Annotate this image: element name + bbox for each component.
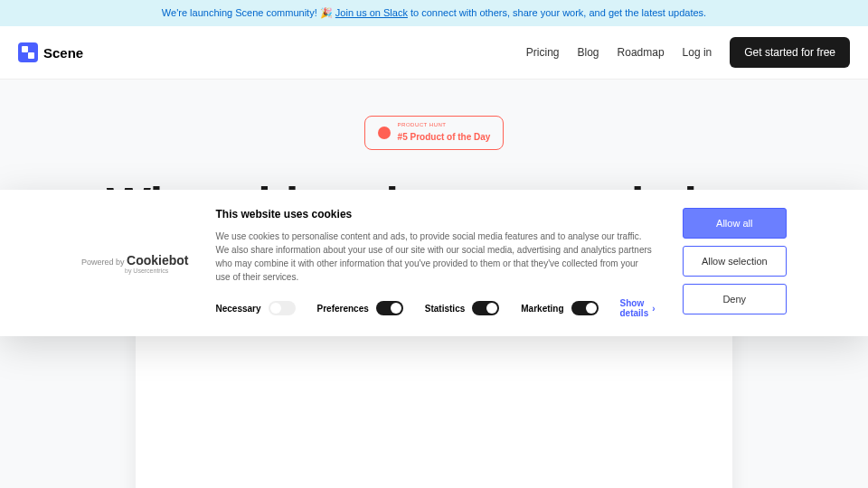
medal-icon xyxy=(378,127,391,139)
header: Scene Pricing Blog Roadmap Log in Get st… xyxy=(0,26,868,80)
switch-statistics[interactable] xyxy=(472,301,499,315)
cookie-description: We use cookies to personalise content an… xyxy=(216,230,656,284)
nav-roadmap[interactable]: Roadmap xyxy=(618,46,665,59)
nav-blog[interactable]: Blog xyxy=(578,46,599,59)
switch-marketing[interactable] xyxy=(571,301,599,315)
switch-preferences[interactable] xyxy=(376,301,403,315)
allow-all-button[interactable]: Allow all xyxy=(683,208,787,239)
toggle-preferences: Preferences xyxy=(317,301,403,315)
show-details-link[interactable]: Show details› xyxy=(620,298,656,318)
slack-link[interactable]: Join us on Slack xyxy=(335,7,408,18)
allow-selection-button[interactable]: Allow selection xyxy=(683,246,787,277)
toggle-statistics: Statistics xyxy=(425,301,499,315)
logo[interactable]: Scene xyxy=(18,42,83,62)
nav: Pricing Blog Roadmap Log in Get started … xyxy=(526,37,850,68)
announcement-banner: We're launching Scene community! 🎉 Join … xyxy=(0,0,868,26)
switch-necessary xyxy=(269,301,296,315)
toggle-necessary: Necessary xyxy=(216,301,296,315)
deny-button[interactable]: Deny xyxy=(683,284,787,314)
cta-button[interactable]: Get started for free xyxy=(730,37,850,68)
toggle-marketing: Marketing xyxy=(521,301,598,315)
cookie-banner: Powered by Cookiebot by Usercentrics Thi… xyxy=(0,190,868,336)
chevron-right-icon: › xyxy=(652,304,655,314)
nav-login[interactable]: Log in xyxy=(683,46,712,59)
product-hunt-badge[interactable]: PRODUCT HUNT #5 Product of the Day xyxy=(364,116,505,150)
cookie-title: This website uses cookies xyxy=(216,208,656,221)
nav-pricing[interactable]: Pricing xyxy=(526,46,560,59)
logo-icon xyxy=(18,42,38,62)
cookiebot-brand: Powered by Cookiebot by Usercentrics xyxy=(81,253,189,274)
